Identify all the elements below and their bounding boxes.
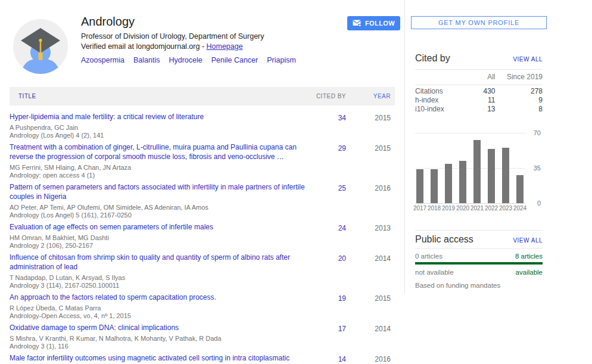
available-count-link[interactable]: 8 articles — [515, 253, 543, 260]
citation-stats: Citations 430 278 h-index 11 9 i10-index… — [415, 87, 543, 114]
article-title-link[interactable]: Pattern of semen parameters and factors … — [10, 182, 309, 201]
article-authors: AO Peter, AP Temi, AP Olufemi, OM Simide… — [10, 204, 309, 211]
article-cited-count-link[interactable]: 29 — [338, 144, 346, 153]
stat-since-value: 9 — [496, 96, 543, 105]
article-venue: Andrology 3 (114), 2167-0250.100011 — [10, 282, 309, 290]
article-authors: HM Omran, M Bakhiet, MG Dashti — [10, 234, 309, 242]
article-row: Male factor infertility outcomes using m… — [10, 353, 395, 364]
citations-per-year-chart: 20172018201920202021202220232024 03570 — [415, 128, 543, 214]
available-label: available — [516, 269, 543, 276]
profile-affiliation: Professor of Division of Urology, Depart… — [81, 32, 343, 42]
interest-tag-link[interactable]: Priapism — [267, 55, 296, 65]
public-access-labels: not available available — [415, 269, 543, 276]
article-row: An approach to the factors related to sp… — [10, 293, 395, 320]
public-access-bar — [415, 262, 543, 265]
chart-bar-2022[interactable] — [488, 149, 495, 203]
article-cited-count-link[interactable]: 19 — [338, 294, 346, 303]
article-cited-count-link[interactable]: 34 — [338, 114, 346, 122]
sort-by-year-header[interactable]: YEAR — [346, 93, 395, 99]
article-row: Influence of chitosan from shrimp skin t… — [10, 253, 395, 290]
cited-by-header: Cited by VIEW ALL — [415, 53, 543, 64]
interest-tag-link[interactable]: Azoospermia — [81, 55, 124, 65]
column-divider — [404, 0, 405, 293]
homepage-link[interactable]: Homepage — [207, 42, 243, 51]
article-cited-count-link[interactable]: 25 — [338, 184, 346, 192]
stat-label: h-index — [415, 96, 463, 105]
public-access-title: Public access — [415, 234, 473, 245]
stat-all-value: 11 — [463, 96, 496, 105]
chart-bar-2024[interactable] — [516, 175, 524, 203]
divider — [415, 248, 543, 249]
article-year: 2016 — [375, 184, 391, 192]
interest-tag-link[interactable]: Balantis — [133, 55, 160, 65]
article-cited-count-link[interactable]: 14 — [338, 355, 346, 363]
article-row: Oxidative damage to sperm DNA: clinical … — [10, 323, 395, 350]
article-year: 2014 — [375, 254, 391, 263]
col-since-label: Since 2019 — [496, 73, 543, 81]
articles-table-header: TITLE CITED BY YEAR — [10, 87, 395, 105]
divider — [415, 69, 543, 70]
chart-bar-2020[interactable] — [459, 161, 466, 203]
article-title-link[interactable]: An approach to the factors related to sp… — [10, 293, 309, 302]
graduation-cap-icon — [13, 19, 68, 74]
public-access-view-all-link[interactable]: VIEW ALL — [513, 237, 543, 244]
chart-y-tick-label: 70 — [525, 129, 541, 136]
article-venue: Andrology-Open Access, vo, 4, nº 1, 2015 — [10, 312, 309, 320]
sort-by-title-header[interactable]: TITLE — [18, 93, 309, 99]
stat-all-value: 13 — [463, 105, 496, 114]
articles-table: TITLE CITED BY YEAR Hyper-lipidemia and … — [10, 87, 395, 364]
stat-since-value: 8 — [496, 105, 543, 114]
citation-stat-row: h-index 11 9 — [415, 96, 543, 105]
article-authors: T Nadapdap, D Lutan, K Arsyad, S Ilyas — [10, 274, 309, 282]
article-year: 2013 — [375, 224, 391, 232]
chart-x-tick-label: 2017 — [413, 205, 427, 211]
article-row: Pattern of semen parameters and factors … — [10, 182, 395, 219]
page-title: Andrology — [81, 14, 343, 29]
chart-bar-2021[interactable] — [473, 140, 481, 203]
citation-stat-row: Citations 430 278 — [415, 87, 543, 96]
sort-by-cited-header[interactable]: CITED BY — [309, 93, 346, 99]
article-year: 2015 — [375, 114, 391, 122]
sidebar: Cited by VIEW ALL All Since 2019 Citatio… — [415, 0, 543, 364]
article-title-link[interactable]: Evaluation of age effects on semen param… — [10, 222, 309, 232]
article-cited-count-link[interactable]: 20 — [338, 254, 346, 263]
chart-x-tick-label: 2023 — [498, 205, 513, 211]
follow-button[interactable]: FOLLOW — [347, 16, 400, 30]
public-access-counts: 0 articles 8 articles — [415, 253, 543, 260]
article-authors: MG Ferrini, SM Hlaing, A Chan, JN Artaza — [10, 164, 309, 172]
not-available-count: 0 articles — [415, 253, 443, 260]
article-venue: Andrology: open access 4 (1) — [10, 172, 309, 179]
stat-label: i10-index — [415, 105, 463, 114]
article-authors: S Mishra, V Kranthi, R Kumar, N Malhotra… — [10, 335, 309, 343]
chart-bar-2023[interactable] — [502, 148, 509, 203]
stat-label: Citations — [415, 87, 463, 96]
chart-plot-area: 20172018201920202021202220232024 — [415, 128, 525, 214]
article-title-link[interactable]: Influence of chitosan from shrimp skin t… — [10, 253, 309, 272]
article-title-link[interactable]: Hyper-lipidemia and male fertility: a cr… — [10, 112, 309, 122]
article-year: 2014 — [375, 325, 391, 333]
chart-baseline — [415, 203, 525, 204]
interest-tag-link[interactable]: Hydrocele — [169, 55, 202, 65]
chart-x-tick-label: 2019 — [441, 205, 456, 211]
article-title-link[interactable]: Treatment with a combination of ginger, … — [10, 142, 309, 161]
divider — [415, 230, 543, 231]
cited-by-title: Cited by — [415, 53, 450, 64]
article-cited-count-link[interactable]: 24 — [338, 224, 346, 232]
profile-info: Andrology Professor of Division of Urolo… — [81, 14, 343, 65]
avatar[interactable] — [13, 19, 68, 74]
article-title-link[interactable]: Male factor infertility outcomes using m… — [10, 353, 309, 364]
funding-mandates-note: Based on funding mandates — [415, 282, 543, 289]
article-title-link[interactable]: Oxidative damage to sperm DNA: clinical … — [10, 323, 309, 332]
interest-tag-link[interactable]: Penile Cancer — [211, 55, 258, 65]
article-venue: Andrology (Los Angel) 5 (161), 2167-0250 — [10, 211, 309, 219]
cited-by-view-all-link[interactable]: VIEW ALL — [513, 56, 543, 63]
article-cited-count-link[interactable]: 17 — [338, 325, 346, 333]
divider — [415, 85, 543, 85]
chart-bar-2017[interactable] — [416, 169, 423, 203]
article-venue: Andrology 2 (106), 250-2167 — [10, 242, 309, 250]
article-year: 2015 — [375, 294, 391, 303]
chart-bar-2019[interactable] — [445, 164, 452, 203]
chart-bar-2018[interactable] — [431, 169, 438, 203]
article-row: Evaluation of age effects on semen param… — [10, 222, 395, 250]
article-venue: Andrology (Los Angel) 4 (2), 141 — [10, 132, 309, 139]
